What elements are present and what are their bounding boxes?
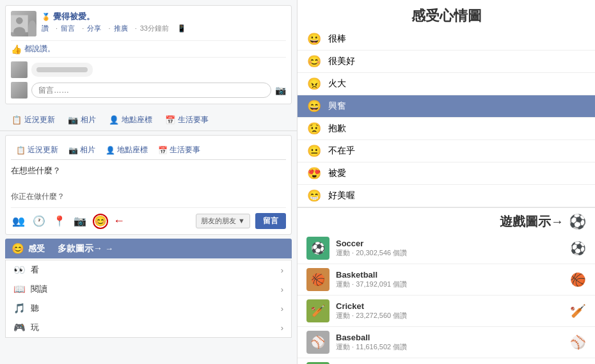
left-panel: 🏅 覺得被愛。 讚 · 留言 · 分享 · 推廣 · 33分鐘前 📱 👍 bbox=[0, 0, 298, 364]
people-icon[interactable]: 👥 bbox=[11, 214, 26, 229]
right-panel: 感受心情圖 😀 很棒 😊 很美好 😠 火大 😄 興奮 😟 抱歉 😐 不在乎 😍 … bbox=[298, 0, 595, 364]
post-time: 33分鐘前 bbox=[140, 24, 169, 32]
share-action[interactable]: 分享 bbox=[87, 24, 101, 32]
emotion-label: 火大 bbox=[328, 78, 346, 90]
game-row-2[interactable]: 🏏 Cricket 運動 · 23,272,560 個讚 🏏 bbox=[298, 296, 595, 327]
games-list: ⚽ Soccer 運動 · 20,302,546 個讚 ⚽ 🏀 Basketba… bbox=[298, 233, 595, 364]
camera-icon[interactable]: 📷 bbox=[275, 85, 286, 95]
games-title: 遊戲圖示→ bbox=[500, 213, 564, 230]
clock-icon[interactable]: 🕐 bbox=[31, 214, 47, 229]
emotion-item-0[interactable]: 😀 很棒 bbox=[298, 28, 595, 51]
chevron-right-icon: › bbox=[281, 285, 283, 294]
game-row-4[interactable]: 🎮 Xbox 遊戲類/玩具 · 22,259,600 個讚 🎮 bbox=[298, 358, 595, 364]
status-textarea[interactable]: 在想些什麼？ bbox=[11, 165, 286, 186]
comment-input-row: 📷 bbox=[11, 82, 286, 99]
game-name: Soccer bbox=[336, 239, 565, 248]
game-row-0[interactable]: ⚽ Soccer 運動 · 20,302,546 個讚 ⚽ bbox=[298, 233, 595, 264]
emotion-label: 抱歉 bbox=[328, 123, 346, 134]
game-meta: 運動 · 37,192,091 個讚 bbox=[336, 280, 565, 289]
smile-icon[interactable]: 😊 bbox=[93, 214, 108, 229]
chevron-right-icon: › bbox=[281, 265, 283, 275]
game-name: Cricket bbox=[336, 301, 565, 311]
game-name: Baseball bbox=[336, 333, 565, 342]
status-tabs: 📋 近況更新 📷 相片 👤 地點座標 📅 生活要事 bbox=[11, 141, 286, 160]
tab-location-1[interactable]: 👤 地點座標 bbox=[102, 109, 159, 131]
emotion-icon: 😀 bbox=[306, 32, 322, 46]
status-tab-updates[interactable]: 📋 近況更新 bbox=[11, 141, 63, 159]
comment-action[interactable]: 留言 bbox=[61, 24, 75, 32]
emotion-label: 很美好 bbox=[328, 56, 355, 67]
game-right-icon: ⚽ bbox=[570, 241, 586, 256]
comment-bubble bbox=[31, 63, 93, 77]
promote-action[interactable]: 推廣 bbox=[114, 24, 128, 32]
stab-events-icon: 📅 bbox=[158, 146, 168, 155]
audience-button[interactable]: 朋友的朋友 ▼ bbox=[196, 214, 250, 228]
status-tab-photos[interactable]: 📷 相片 bbox=[63, 141, 100, 159]
emotion-icon: 😠 bbox=[306, 77, 322, 91]
post-card: 🏅 覺得被愛。 讚 · 留言 · 分享 · 推廣 · 33分鐘前 📱 👍 bbox=[5, 5, 292, 104]
location-pin-icon[interactable]: 📍 bbox=[52, 214, 67, 229]
photo-icon[interactable]: 📷 bbox=[72, 214, 88, 229]
stab-updates-icon: 📋 bbox=[16, 146, 26, 155]
stab-photos-icon: 📷 bbox=[68, 146, 78, 155]
emotion-item-7[interactable]: 😁 好美喔 bbox=[298, 185, 595, 207]
tab-nav-1: 📋 近況更新 📷 相片 👤 地點座標 📅 生活要事 bbox=[0, 109, 297, 131]
game-meta: 運動 · 20,302,546 個讚 bbox=[336, 248, 565, 258]
emotion-label: 不在乎 bbox=[328, 145, 355, 157]
emotion-item-6[interactable]: 😍 被愛 bbox=[298, 162, 595, 185]
feeling-item-play[interactable]: 🎮 玩 › bbox=[6, 318, 291, 337]
avatar bbox=[11, 11, 36, 36]
game-thumb: 🏏 bbox=[306, 299, 329, 322]
commenter-avatar bbox=[11, 61, 28, 78]
game-thumb: 🏀 bbox=[306, 268, 329, 291]
feeling-menu: 😊 感受 多款圖示→ → bbox=[5, 239, 292, 258]
emotion-item-5[interactable]: 😐 不在乎 bbox=[298, 140, 595, 162]
doing-question: 你正在做什麼？ bbox=[11, 191, 286, 202]
emotion-label: 很棒 bbox=[328, 33, 346, 45]
emotion-icon: 😊 bbox=[306, 54, 322, 68]
tab-photos-icon: 📷 bbox=[68, 115, 78, 125]
emotion-item-1[interactable]: 😊 很美好 bbox=[298, 51, 595, 73]
watch-icon: 👀 bbox=[13, 264, 26, 276]
comment-input[interactable] bbox=[31, 83, 271, 98]
game-row-3[interactable]: ⚾ Baseball 運動 · 11,616,502 個讚 ⚾ bbox=[298, 327, 595, 358]
emotion-title: 感受心情圖 bbox=[411, 6, 482, 26]
post-button[interactable]: 留言 bbox=[255, 213, 286, 229]
emotion-icon: 😄 bbox=[306, 99, 322, 113]
status-tab-events[interactable]: 📅 生活要事 bbox=[153, 141, 205, 159]
tab-events-1[interactable]: 📅 生活要事 bbox=[159, 109, 215, 131]
feeling-list: 👀 看 › 📖 閱讀 › 🎵 聽 › 🎮 玩 › bbox=[5, 260, 292, 338]
game-info: Cricket 運動 · 23,272,560 個讚 bbox=[336, 301, 565, 320]
feeling-item-read[interactable]: 📖 閱讀 › bbox=[6, 280, 291, 299]
game-row-1[interactable]: 🏀 Basketball 運動 · 37,192,091 個讚 🏀 bbox=[298, 264, 595, 296]
emotion-label: 被愛 bbox=[328, 168, 346, 179]
toolbar-icons: 👥 🕐 📍 📷 😊 ← bbox=[11, 214, 125, 229]
game-thumb: ⚾ bbox=[306, 331, 329, 354]
status-toolbar: 👥 🕐 📍 📷 😊 ← 朋友的朋友 ▼ 留言 bbox=[11, 207, 286, 229]
feeling-item-watch[interactable]: 👀 看 › bbox=[6, 260, 291, 280]
feeling-menu-icon: 😊 bbox=[12, 242, 24, 255]
post-author-name[interactable]: 🏅 覺得被愛。 bbox=[42, 11, 286, 22]
emotion-icon: 😍 bbox=[306, 166, 322, 180]
tab-photos-1[interactable]: 📷 相片 bbox=[61, 109, 102, 131]
like-action[interactable]: 讚 bbox=[42, 24, 49, 32]
emotion-icon: 😁 bbox=[306, 189, 322, 203]
thumbs-up-icon: 👍 bbox=[11, 44, 22, 54]
read-icon: 📖 bbox=[13, 283, 26, 295]
tab-recent-updates-1[interactable]: 📋 近況更新 bbox=[5, 109, 61, 131]
chevron-right-icon: › bbox=[281, 323, 283, 333]
game-info: Baseball 運動 · 11,616,502 個讚 bbox=[336, 333, 565, 352]
games-section: 遊戲圖示→ ⚽ ⚽ Soccer 運動 · 20,302,546 個讚 ⚽ 🏀 … bbox=[298, 207, 595, 364]
stab-location-icon: 👤 bbox=[106, 146, 115, 155]
game-info: Soccer 運動 · 20,302,546 個讚 bbox=[336, 239, 565, 258]
emotion-item-3[interactable]: 😄 興奮 bbox=[298, 95, 595, 118]
likes-text: 都說讚。 bbox=[24, 44, 55, 54]
feeling-item-listen[interactable]: 🎵 聽 › bbox=[6, 299, 291, 318]
tab-recent-icon: 📋 bbox=[12, 115, 22, 125]
emotion-item-4[interactable]: 😟 抱歉 bbox=[298, 118, 595, 140]
game-meta: 運動 · 11,616,502 個讚 bbox=[336, 342, 565, 352]
emotion-label: 興奮 bbox=[328, 100, 346, 112]
emotion-item-2[interactable]: 😠 火大 bbox=[298, 73, 595, 95]
status-tab-location[interactable]: 👤 地點座標 bbox=[100, 141, 153, 159]
emotion-list: 😀 很棒 😊 很美好 😠 火大 😄 興奮 😟 抱歉 😐 不在乎 😍 被愛 😁 好… bbox=[298, 28, 595, 207]
